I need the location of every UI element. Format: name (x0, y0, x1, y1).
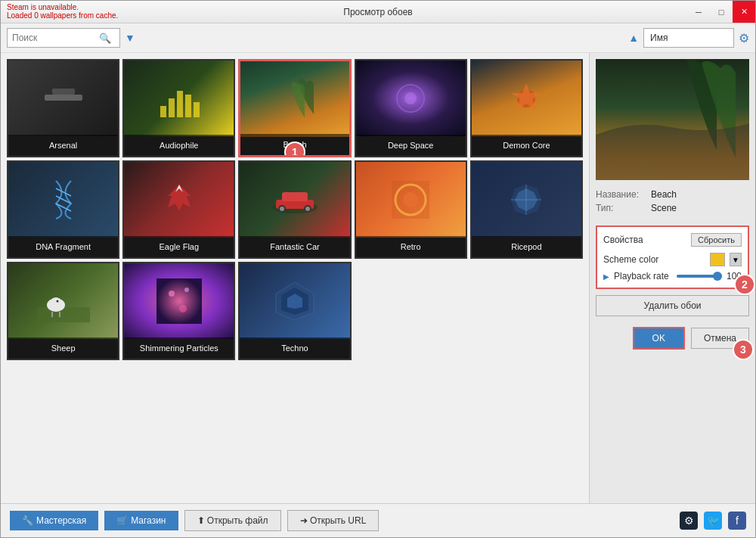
svg-point-33 (169, 291, 175, 297)
color-dropdown[interactable]: ▼ (730, 253, 742, 266)
link-icon: ➜ (300, 515, 308, 526)
window-controls: ─ □ ✕ (687, 1, 755, 23)
open-url-button[interactable]: ➜ Открыть URL (287, 510, 380, 531)
svg-rect-2 (160, 106, 166, 117)
thumb-eagleflag (124, 162, 234, 238)
badge-1: 1 (284, 141, 305, 157)
thumb-fantasticcar (240, 162, 349, 238)
svg-point-34 (184, 288, 189, 292)
playback-row: ▶ Playback rate 100 (603, 271, 742, 281)
svg-line-13 (56, 204, 71, 211)
svg-rect-32 (156, 278, 202, 324)
type-value: Scene (651, 203, 677, 213)
wallpaper-label-dnafragment: DNA Fragment (8, 236, 118, 257)
scheme-color-label: Scheme color (603, 254, 705, 265)
wallpaper-label-sheep: Sheep (8, 337, 118, 359)
properties-title: Свойства (603, 235, 643, 245)
ok-button[interactable]: OK (633, 327, 685, 350)
wallpaper-label-deepspace: Deep Space (356, 135, 466, 156)
thumb-deepspace (356, 61, 466, 136)
svg-rect-6 (194, 102, 200, 117)
store-button[interactable]: 🛒 Магазин (104, 511, 178, 530)
wallpaper-fantasticcar[interactable]: Fantastic Car (238, 160, 351, 259)
search-icon: 🔍 (99, 33, 111, 44)
preview-image (596, 59, 749, 180)
wallpaper-label-shimmering: Shimmering Particles (124, 337, 234, 359)
twitter-icon[interactable]: 🐦 (704, 512, 722, 530)
titlebar: Steam is unavailable. Loaded 0 wallpaper… (1, 1, 755, 23)
bottom-bar: 🔧 Мастерская 🛒 Магазин ⬆ Открыть файл ➜ … (1, 503, 755, 537)
wallpaper-ricepod[interactable]: Ricepod (470, 160, 583, 259)
play-icon[interactable]: ▶ (603, 272, 609, 281)
wallpaper-sheep[interactable]: Sheep (7, 262, 119, 360)
wallpaper-label-ricepod: Ricepod (472, 236, 581, 257)
svg-point-29 (56, 300, 58, 302)
wallpaper-dnafragment[interactable]: DNA Fragment (7, 160, 119, 259)
svg-point-8 (404, 92, 417, 104)
thumb-techno (240, 263, 349, 339)
minimize-button[interactable]: ─ (687, 1, 710, 23)
steam-icon[interactable]: ⚙ (680, 512, 698, 530)
svg-point-28 (51, 297, 61, 306)
thumb-demoncore (472, 61, 581, 136)
svg-rect-0 (45, 95, 82, 101)
svg-rect-3 (169, 98, 175, 117)
wallpaper-techno[interactable]: Techno (238, 262, 351, 360)
wallpaper-label-fantasticcar: Fantastic Car (240, 236, 349, 257)
wallpaper-label-arsenal: Arsenal (8, 135, 118, 156)
color-swatch[interactable] (710, 253, 725, 266)
social-icons: ⚙ 🐦 f (680, 512, 746, 530)
facebook-icon[interactable]: f (728, 512, 746, 530)
sort-arrow-icon[interactable]: ▲ (628, 32, 639, 44)
sort-area: ▲ Имя Дата Размер ⚙ (628, 28, 749, 48)
svg-rect-4 (177, 91, 183, 117)
slider-thumb (713, 272, 722, 281)
svg-point-35 (179, 305, 187, 313)
wrench-icon: 🔧 (22, 515, 33, 526)
info-row-name: Название: Beach (596, 189, 749, 200)
wallpaper-arsenal[interactable]: Arsenal (7, 59, 119, 157)
delete-button[interactable]: Удалить обои (596, 295, 749, 316)
window-title: Просмотр обоев (343, 7, 412, 17)
wallpaper-retro[interactable]: Retro (355, 160, 467, 259)
cart-icon: 🛒 (116, 515, 128, 526)
workshop-button[interactable]: 🔧 Мастерская (10, 511, 98, 530)
thumb-retro (356, 162, 466, 238)
wallpaper-deepspace[interactable]: Deep Space (355, 59, 467, 157)
wallpaper-shimmering[interactable]: Shimmering Particles (122, 262, 235, 360)
wallpaper-beach[interactable]: Beach 1 (238, 59, 351, 157)
maximize-button[interactable]: □ (710, 1, 733, 23)
wallpaper-audiophile[interactable]: Audiophile (122, 59, 235, 157)
svg-point-18 (280, 207, 284, 211)
right-panel: Название: Beach Тип: Scene Свойства Сбро… (589, 53, 755, 503)
svg-line-11 (56, 188, 71, 196)
search-input[interactable] (12, 33, 99, 43)
properties-header: Свойства Сбросить (603, 233, 742, 247)
thumb-sheep (8, 263, 118, 339)
thumb-audiophile (124, 61, 234, 136)
content-area: Arsenal Audiophile (1, 53, 755, 503)
wallpaper-eagleflag[interactable]: Eagle Flag (122, 160, 235, 259)
open-file-button[interactable]: ⬆ Открыть файл (184, 510, 281, 531)
search-box: 🔍 (7, 28, 120, 48)
svg-rect-26 (37, 307, 90, 322)
wallpaper-label-demoncore: Demon Core (472, 135, 581, 156)
close-button[interactable]: ✕ (733, 1, 755, 23)
wallpaper-demoncore[interactable]: Demon Core (470, 59, 583, 157)
settings-icon[interactable]: ⚙ (739, 31, 749, 45)
badge-3: 3 (733, 339, 754, 360)
filter-icon[interactable]: ▼ (125, 32, 135, 44)
toolbar: 🔍 ▼ ▲ Имя Дата Размер ⚙ (1, 23, 755, 53)
wallpaper-label-audiophile: Audiophile (124, 135, 234, 156)
thumb-arsenal (8, 61, 118, 136)
steam-status: Steam is unavailable. Loaded 0 wallpaper… (7, 3, 118, 20)
thumb-dnafragment (8, 162, 118, 238)
sort-dropdown[interactable]: Имя Дата Размер (643, 28, 734, 48)
wallpaper-info: Название: Beach Тип: Scene (596, 186, 749, 219)
playback-slider[interactable] (677, 275, 722, 278)
wallpaper-label-retro: Retro (356, 236, 466, 257)
wallpaper-label-eagleflag: Eagle Flag (124, 236, 234, 257)
upload-icon: ⬆ (197, 515, 205, 526)
reset-button[interactable]: Сбросить (691, 233, 742, 247)
svg-rect-16 (282, 192, 308, 201)
